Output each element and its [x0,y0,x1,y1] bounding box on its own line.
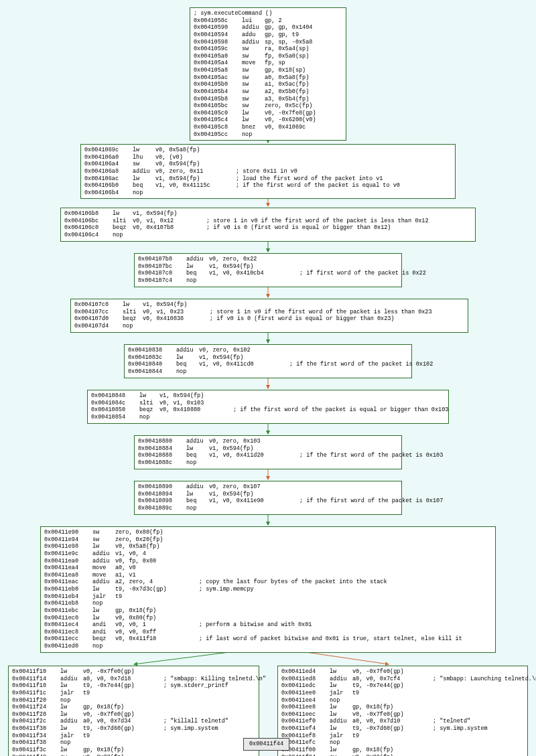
asm-mnemonic: nop [60,739,83,747]
asm-address: 0x00411f18 [12,682,51,690]
asm-address: 0x004106a8 [84,168,123,175]
asm-line: 0x00411f1cjalrt9 [12,690,255,697]
asm-address: 0x004105ac [194,74,232,82]
asm-args: gp, 0x18(fp) [352,747,393,753]
asm-args: gp, 0x18(fp) [352,704,393,710]
asm-args: v1, 0x594(fp) [209,263,253,270]
asm-args: a0, v0, 0x7d18 [83,676,163,683]
asm-mnemonic: addiu [176,347,199,354]
asm-address: 0x004107d4 [74,323,113,330]
asm-line: 0x00410898beqv1, v0, 0x411e90; if the fi… [138,498,398,505]
asm-line: 0x004106a0lhuv0, (v0) [84,154,452,161]
asm-mnemonic: lw [330,747,352,754]
asm-address: 0x00411ebc [44,607,83,615]
asm-line: 0x00411eacaddiua2, zero, 4; copy the las… [44,579,492,586]
asm-mnemonic: beq [186,498,209,505]
asm-args: a1, 0x5ac(fp) [265,81,309,88]
asm-mnemonic: beq [133,182,155,190]
asm-line: 0x004107c8lwv1, 0x594(fp) [74,301,464,309]
asm-line: 0x004107c4nop [138,277,398,285]
asm-address: 0x00411f2c [12,718,51,725]
asm-mnemonic: lw [60,682,83,690]
asm-address: 0x0041069c [84,147,123,154]
asm-line: 0x00411e9caddiuv1, v0, 4 [44,550,492,558]
asm-mnemonic: slti [113,218,133,225]
asm-line: 0x00411e90swzero, 0x80(fp) [44,529,492,536]
asm-args: v0, 0x80(fp) [115,615,156,621]
asm-address: 0x004105b4 [194,88,232,96]
asm-address: 0x004107c8 [74,301,113,309]
asm-comment: ; if first word of the packet is 0x22 [299,270,426,277]
asm-address: 0x004105a8 [194,67,232,74]
asm-address: 0x004106b0 [84,182,123,190]
asm-address: 0x00411f3c [12,747,51,754]
asm-address: 0x00410884 [138,445,177,453]
asm-args: t9, -0x7d3c(gp) [115,586,199,593]
asm-args: v0, 0x20(fp) [352,754,393,757]
asm-line: 0x00411eeclwv0, -0x7fe0(gp) [281,711,524,719]
asm-args: v0, v0, 1 [115,621,199,629]
asm-address: 0x00411ef0 [281,718,320,725]
asm-mnemonic: lw [139,392,159,400]
asm-line: 0x004105c4lwv0, -0x6200(v0) [194,117,342,124]
asm-address: 0x00411ec4 [44,621,83,629]
asm-args: a2, 0x5b0(fp) [265,88,309,95]
asm-args: t9, -0x7e44(gp) [352,682,404,689]
asm-line: 0x00411f00lwgp, 0x18(fp) [281,747,524,754]
block-6: 0x00410848lwv1, 0x594(fp)0x0041084csltiv… [87,390,449,424]
asm-address: 0x00411f20 [12,697,51,704]
asm-args: t9 [352,690,359,696]
asm-comment: ; copy the last four bytes of the packet… [199,579,387,585]
asm-args: a3, 0x5b4(fp) [265,96,309,102]
asm-args: t9, -0x7e44(gp) [83,682,163,690]
block-exit: 0x00411f44 [243,738,289,751]
asm-mnemonic: jalr [92,593,115,601]
asm-mnemonic: jalr [330,733,352,740]
asm-mnemonic: addiu [60,718,83,725]
asm-address: 0x004106c0 [64,224,103,232]
asm-line: 0x004107bclwv1, 0x594(fp) [138,263,398,271]
asm-line: 0x004106bcsltiv0, v1, 0x12; store 1 in v… [64,218,472,225]
asm-address: 0x004107c4 [138,277,177,285]
asm-mnemonic: nop [186,505,209,512]
asm-comment: ; if v0 is 0 (first word is equal or big… [210,315,394,322]
asm-args: gp, 0x18(fp) [83,704,124,710]
asm-args: v1, 0x594(fp) [133,210,177,217]
asm-address: 0x004107bc [138,263,177,271]
asm-address: 0x004106bc [64,218,103,225]
asm-mnemonic: lw [330,668,352,676]
asm-args: ra, 0x5a4(sp) [265,46,309,52]
asm-mnemonic: lw [133,175,155,183]
asm-address: 0x004105bc [194,102,232,110]
asm-args: a0, v0, 0x7d34 [83,718,163,725]
asm-args: v0, -0x7fe0(gp) [83,711,135,718]
asm-address: 0x00411edc [281,682,320,690]
asm-comment: ; store 1 in v0 if the first word of the… [206,218,429,224]
asm-args: v1, v0, 0x410cb4 [209,270,299,277]
asm-args: v0, zero, 0x107 [209,483,261,490]
asm-mnemonic: lw [92,543,115,550]
exit-address: 0x00411f44 [249,741,283,747]
asm-args: sp, sp, -0x5a8 [265,39,312,46]
asm-address: 0x004105b0 [194,81,232,88]
asm-mnemonic: lw [92,586,115,593]
asm-line: 0x0041083clwv1, 0x594(fp) [128,354,408,362]
asm-line: 0x00411f2caddiua0, v0, 0x7d34; "killall … [12,718,255,725]
asm-address: 0x00411eb8 [44,600,83,607]
asm-address: 0x004106ac [84,175,123,183]
asm-args: v0, zero, 0x22 [209,256,257,262]
asm-address: 0x004105b8 [194,96,232,103]
asm-address: 0x00411ef4 [281,725,320,733]
asm-line: 0x00411ed0nop [44,643,492,650]
asm-args: gp, gp, t9 [265,31,299,38]
asm-line: 0x004106b8lwv1, 0x594(fp) [64,210,472,218]
asm-args: t9 [83,690,90,696]
asm-comment: ; if last word of packet bitwise and 0x0… [199,635,462,642]
asm-args: v0, 0x410838 [143,315,210,323]
asm-mnemonic: sw [242,96,265,103]
asm-mnemonic: nop [92,600,115,607]
asm-args: a0, v0 [115,564,136,571]
asm-mnemonic: lui [242,17,265,25]
asm-address: 0x00411f1c [12,690,51,697]
asm-mnemonic: addiu [186,483,209,491]
